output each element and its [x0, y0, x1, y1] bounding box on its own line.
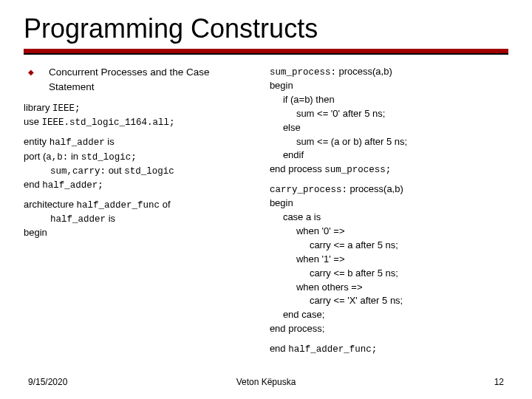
carry-assign-0: carry <= a after 5 ns; — [310, 239, 398, 250]
port-sumcarry: sum,carry: — [50, 166, 106, 177]
kw-is: is — [107, 136, 114, 147]
case-line: case a is — [283, 211, 321, 222]
kw-process2: process(a,b) — [350, 183, 403, 194]
end-entity: half_adder; — [42, 180, 103, 191]
subtitle-text: Concurrent Processes and the Case Statem… — [49, 65, 256, 94]
bullet-item: ◆ Concurrent Processes and the Case Stat… — [24, 65, 256, 94]
kw-is2: is — [109, 213, 115, 224]
sum-process-label: sum_process: — [270, 67, 336, 78]
carry-process-label: carry_process: — [270, 185, 347, 195]
entity-name: half_adder — [50, 137, 105, 148]
carry-process-block: carry_process: process(a,b) begin case a… — [270, 183, 502, 336]
bullet-icon: ◆ — [28, 67, 34, 78]
endcase-line: end case; — [283, 309, 324, 320]
endif-line: endif — [283, 149, 304, 160]
kw-in: in — [71, 151, 78, 162]
when-0: when '0' => — [296, 225, 345, 236]
kw-endprocess1: end process — [270, 163, 322, 174]
kw-begin1: begin — [270, 80, 293, 91]
kw-of: of — [163, 199, 171, 210]
entity-block: entity half_adder is port (a,b: in std_l… — [24, 135, 256, 192]
endprocess1-name: sum_process; — [324, 165, 391, 175]
footer-author: Veton Këpuska — [187, 377, 346, 387]
kw-entity: entity — [24, 136, 47, 147]
left-column: ◆ Concurrent Processes and the Case Stat… — [24, 65, 256, 362]
end-arch-name: half_adder_func; — [288, 344, 377, 355]
kw-out: out — [109, 165, 122, 176]
else-line: else — [283, 122, 301, 133]
kw-process1: process(a,b) — [339, 66, 392, 77]
kw-begin2: begin — [270, 197, 293, 208]
title-rule — [24, 49, 508, 55]
if-line: if (a=b) then — [283, 94, 335, 105]
code-ieee: IEEE; — [52, 103, 81, 114]
when-others: when others => — [296, 282, 363, 293]
kw-end-arch: end — [270, 343, 286, 354]
sum-process-block: sum_process: process(a,b) begin if (a=b)… — [270, 65, 502, 177]
content-area: ◆ Concurrent Processes and the Case Stat… — [24, 65, 508, 362]
arch-of-name: half_adder — [50, 214, 106, 225]
slide-title: Programming Constructs — [24, 13, 508, 44]
right-column: sum_process: process(a,b) begin if (a=b)… — [270, 65, 502, 362]
carry-assign-1: carry <= b after 5 ns; — [310, 267, 398, 279]
code-use: IEEE.std_logic_1164.all; — [42, 117, 175, 128]
kw-end: end — [24, 179, 40, 190]
kw-endprocess2: end process; — [270, 323, 324, 334]
kw-arch: architecture — [24, 199, 74, 210]
port-ab: a,b: — [46, 152, 68, 163]
arch-block: architecture half_adder_func of half_add… — [24, 198, 256, 240]
port-type2: std_logic — [124, 166, 174, 177]
footer: 9/15/2020 Veton Këpuska 12 — [0, 377, 532, 387]
when-1: when '1' => — [296, 253, 345, 265]
kw-library: library — [24, 102, 50, 113]
kw-use: use — [24, 116, 39, 127]
kw-begin: begin — [24, 227, 47, 238]
library-block: library IEEE; use IEEE.std_logic_1164.al… — [24, 101, 256, 129]
footer-date: 9/15/2020 — [28, 377, 187, 387]
carry-assign-x: carry <= 'X' after 5 ns; — [310, 295, 403, 306]
sum-assign-or: sum <= (a or b) after 5 ns; — [296, 136, 407, 147]
arch-name: half_adder_func — [77, 200, 160, 211]
kw-port: port ( — [24, 151, 46, 162]
end-arch-block: end half_adder_func; — [270, 342, 502, 356]
port-type1: std_logic; — [81, 152, 137, 163]
footer-page: 12 — [345, 377, 504, 387]
sum-assign-0: sum <= '0' after 5 ns; — [296, 108, 386, 119]
